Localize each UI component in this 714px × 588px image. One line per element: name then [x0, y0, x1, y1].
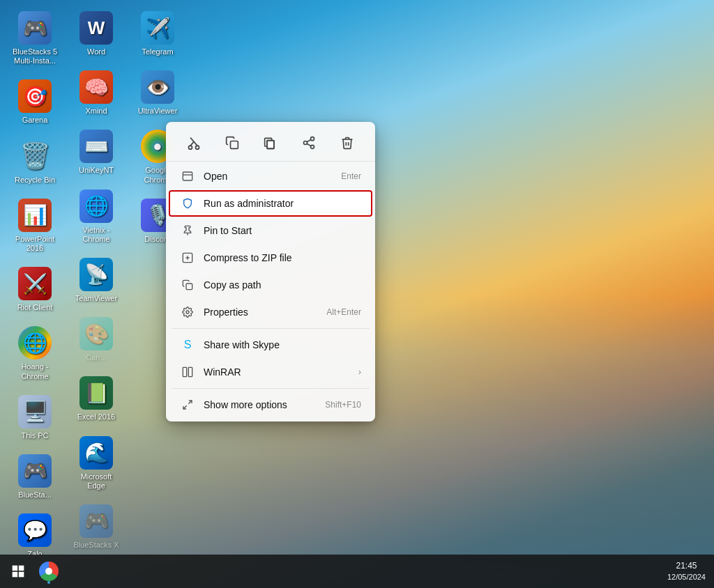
taskbar: 21:45 12/05/2024 — [0, 555, 714, 588]
canva-icon: 🎨 — [79, 317, 113, 350]
more-options-label: Show more options — [204, 399, 319, 410]
taskbar-chrome-indicator — [47, 581, 50, 584]
svg-rect-21 — [183, 367, 186, 376]
desktop-icon-riot[interactable]: ⚔️ Riot Client — [7, 263, 63, 316]
garena-label: Garena — [22, 116, 48, 125]
riot-label: Riot Client — [17, 303, 53, 312]
thispc-label: This PC — [21, 431, 48, 440]
desktop-icon-bluest2[interactable]: 🎮 BlueSta... — [7, 450, 63, 504]
run-as-admin-label: Run as administrator — [204, 198, 361, 209]
desktop-icon-telegram[interactable]: ✈️ Telegram — [130, 7, 185, 61]
svg-point-10 — [311, 145, 314, 148]
edge-icon: 🌊 — [79, 436, 113, 470]
winrar-arrow: › — [358, 367, 361, 377]
context-menu-open[interactable]: Open Enter — [169, 163, 372, 189]
context-menu-winrar[interactable]: WinRAR › — [169, 359, 372, 385]
recyclebin-icon: 🗑️ — [18, 139, 52, 173]
svg-rect-22 — [188, 367, 192, 376]
share-skype-label: Share with Skype — [204, 339, 361, 350]
svg-point-8 — [311, 137, 314, 141]
telegram-label: Telegram — [142, 47, 173, 56]
context-menu-run-as-admin[interactable]: Run as administrator — [169, 190, 372, 217]
desktop-icon-bluestacksx[interactable]: 🎮 BlueStacks X — [68, 500, 124, 554]
svg-point-9 — [304, 141, 307, 145]
teamviewer-icon: 📡 — [79, 258, 113, 291]
winrar-icon — [180, 364, 195, 380]
recyclebin-label: Recycle Bin — [15, 176, 55, 185]
desktop-icon-powerpoint[interactable]: 📊 PowerPoint2016 — [7, 194, 63, 257]
desktop-icon-teamviewer[interactable]: 📡 TeamViewer — [68, 254, 124, 307]
svg-line-11 — [307, 144, 311, 146]
more-options-shortcut: Shift+F10 — [325, 400, 361, 410]
svg-point-20 — [186, 311, 189, 314]
thispc-icon: 🖥️ — [18, 395, 52, 428]
taskbar-chrome[interactable] — [33, 557, 64, 585]
svg-rect-6 — [267, 141, 274, 149]
compress-zip-label: Compress to ZIP file — [204, 252, 361, 263]
taskbar-clock: 21:45 12/05/2024 — [667, 561, 706, 582]
context-menu-pin-start[interactable]: Pin to Start — [169, 217, 372, 244]
desktop-icon-garena[interactable]: 🎯 Garena — [7, 75, 63, 129]
context-menu-properties[interactable]: Properties Alt+Enter — [169, 299, 372, 325]
svg-point-0 — [188, 146, 192, 149]
xmind-label: Xmind — [85, 107, 107, 116]
desktop-icon-bluestacks5[interactable]: 🎮 BlueStacks 5Multi-Insta... — [7, 7, 63, 70]
copy-path-icon — [180, 277, 195, 293]
compress-zip-icon — [180, 250, 195, 265]
excel-label: Excel 2016 — [77, 412, 115, 421]
riot-icon: ⚔️ — [18, 267, 52, 300]
paste-special-button[interactable] — [258, 130, 283, 155]
bluest2-icon: 🎮 — [18, 454, 52, 488]
taskbar-date: 12/05/2024 — [667, 572, 706, 582]
desktop-icon-edge[interactable]: 🌊 MicrosoftEdge — [68, 432, 124, 495]
svg-line-23 — [188, 401, 192, 404]
bluestacksx-icon: 🎮 — [79, 504, 113, 538]
zalo-icon: 💬 — [18, 513, 52, 547]
start-button[interactable] — [4, 557, 32, 585]
context-menu-compress-zip[interactable]: Compress to ZIP file — [169, 245, 372, 271]
run-as-admin-icon — [180, 196, 195, 211]
pin-start-icon — [180, 223, 195, 238]
context-menu-copy-path[interactable]: Copy as path — [169, 272, 372, 298]
pin-start-label: Pin to Start — [204, 225, 361, 236]
delete-button[interactable] — [335, 130, 360, 155]
desktop-icon-vietnix[interactable]: 🌐 Vietnix -Chrome — [68, 185, 124, 248]
taskbar-chrome-icon — [39, 562, 59, 581]
desktop-icon-canva[interactable]: 🎨 Can... — [68, 313, 124, 366]
vietnix-label: Vietnix -Chrome — [82, 226, 110, 244]
bluestacksx-label: BlueStacks X — [73, 541, 119, 550]
svg-rect-26 — [19, 566, 24, 571]
canva-label: Can... — [86, 353, 106, 362]
excel-icon: 📗 — [79, 376, 113, 410]
properties-label: Properties — [204, 307, 321, 318]
winrar-label: WinRAR — [204, 366, 358, 378]
context-menu-more-options[interactable]: Show more options Shift+F10 — [169, 392, 372, 418]
share-button[interactable] — [296, 130, 321, 155]
more-options-icon — [180, 397, 195, 412]
svg-rect-27 — [13, 572, 18, 578]
cut-button[interactable] — [181, 130, 206, 155]
desktop-icon-hoang-chrome[interactable]: 🌐 Hoang -Chrome — [7, 322, 63, 385]
context-menu-toolbar — [166, 125, 375, 162]
desktop-icon-word[interactable]: W Word — [68, 7, 124, 61]
desktop: 🎮 BlueStacks 5Multi-Insta... 🎯 Garena 🗑️… — [0, 0, 714, 588]
desktop-icon-ultraviewer[interactable]: 👁️ UltraViewer — [130, 66, 185, 120]
desktop-icon-excel[interactable]: 📗 Excel 2016 — [68, 372, 124, 426]
svg-line-2 — [190, 141, 194, 146]
desktop-icon-xmind[interactable]: 🧠 Xmind — [68, 66, 124, 120]
powerpoint-label: PowerPoint2016 — [15, 235, 54, 253]
desktop-icon-recyclebin[interactable]: 🗑️ Recycle Bin — [7, 135, 63, 189]
bluestacks5-label: BlueStacks 5Multi-Insta... — [13, 47, 57, 65]
ultraviewer-icon: 👁️ — [141, 70, 174, 104]
context-menu-share-skype[interactable]: S Share with Skype — [169, 332, 372, 358]
taskbar-items — [33, 557, 64, 585]
copy-button[interactable] — [220, 130, 245, 155]
svg-rect-25 — [13, 566, 18, 571]
desktop-icon-thispc[interactable]: 🖥️ This PC — [7, 391, 63, 444]
unikey-icon: ⌨️ — [79, 130, 113, 163]
context-menu-separator-1 — [172, 328, 370, 329]
desktop-icon-unikey[interactable]: ⌨️ UniKeyNT — [68, 125, 124, 179]
context-menu-separator-2 — [172, 388, 370, 389]
teamviewer-label: TeamViewer — [75, 294, 117, 303]
context-menu: Open Enter Run as administrator Pin to S… — [166, 122, 375, 421]
